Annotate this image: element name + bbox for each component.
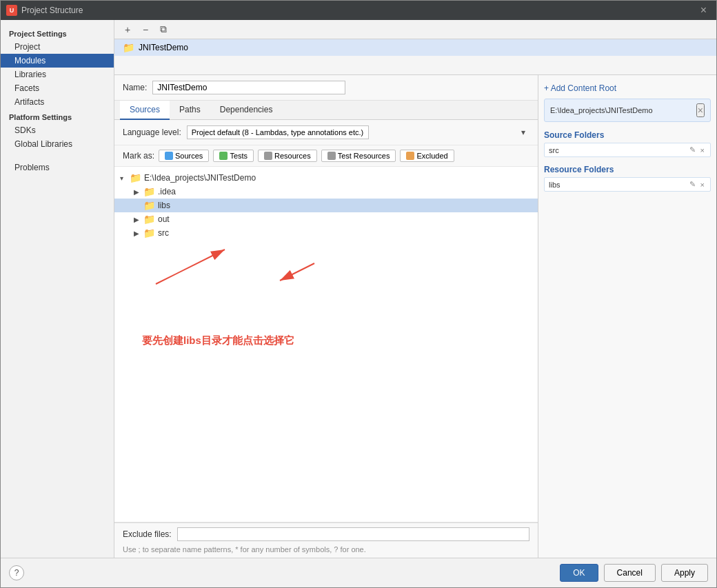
tabs-bar: Sources Paths Dependencies	[114, 101, 538, 120]
name-label: Name:	[123, 83, 147, 92]
info-panel: + Add Content Root E:\Idea_projects\JNIT…	[538, 75, 716, 558]
tree-arrow-out[interactable]: ▶	[134, 216, 141, 223]
window-title: Project Structure	[21, 6, 83, 15]
tree-item-idea[interactable]: ▶ 📁 .idea	[114, 185, 538, 199]
tree-arrow-idea[interactable]: ▶	[134, 188, 141, 196]
resource-folder-entry: libs ✎ ×	[544, 177, 711, 192]
close-button[interactable]: ×	[696, 3, 711, 18]
main-content: Project Settings Project Modules Librari…	[1, 20, 716, 558]
mark-excluded-button[interactable]: Excluded	[400, 150, 454, 162]
tab-sources[interactable]: Sources	[120, 101, 170, 120]
sidebar-item-modules[interactable]: Modules	[1, 54, 114, 68]
tree-item-out[interactable]: ▶ 📁 out	[114, 212, 538, 226]
center-panel: Name: Sources Paths Dependencies	[114, 75, 538, 558]
sidebar: Project Settings Project Modules Librari…	[1, 20, 114, 558]
sidebar-item-problems[interactable]: Problems	[1, 161, 114, 174]
module-toolbar: + − ⧉	[114, 20, 716, 39]
remove-resource-folder-button[interactable]: ×	[699, 180, 706, 189]
cancel-button[interactable]: Cancel	[604, 564, 656, 582]
resource-folder-path: libs	[549, 181, 688, 189]
name-bar: Name:	[114, 75, 538, 101]
mark-resources-button[interactable]: Resources	[258, 150, 317, 162]
project-structure-dialog: U Project Structure × Project Settings P…	[0, 0, 717, 588]
edit-resource-folder-button[interactable]: ✎	[688, 180, 697, 189]
sidebar-item-facets[interactable]: Facets	[1, 81, 114, 95]
folder-icon-root: 📁	[130, 172, 141, 183]
resource-folder-actions: ✎ ×	[688, 180, 706, 189]
title-bar: U Project Structure ×	[1, 1, 716, 20]
content-root-path: E:\Idea_projects\JNITestDemo ×	[544, 99, 711, 122]
resources-color-icon	[264, 152, 272, 160]
copy-module-button[interactable]: ⧉	[156, 22, 171, 37]
source-folders-label: Source Folders	[544, 130, 711, 140]
module-icon: 📁	[123, 42, 134, 53]
help-button[interactable]: ?	[9, 565, 24, 580]
sidebar-item-sdks[interactable]: SDKs	[1, 123, 114, 137]
tests-color-icon	[219, 152, 228, 160]
module-item[interactable]: 📁 JNITestDemo	[114, 39, 716, 56]
folder-icon-libs: 📁	[143, 200, 155, 211]
mark-test-resources-button[interactable]: Test Resources	[321, 150, 396, 162]
remove-module-button[interactable]: −	[138, 22, 153, 37]
folder-icon-idea: 📁	[143, 186, 155, 197]
platform-settings-label: Platform Settings	[1, 109, 114, 123]
module-name: JNITestDemo	[139, 43, 188, 52]
add-module-button[interactable]: +	[120, 22, 135, 37]
svg-line-0	[156, 250, 225, 284]
title-bar-left: U Project Structure	[6, 5, 83, 16]
name-input[interactable]	[152, 81, 345, 94]
source-folder-entry: src ✎ ×	[544, 143, 711, 157]
tree-label-root: E:\Idea_projects\JNITestDemo	[144, 173, 256, 183]
tree-label-src: src	[158, 228, 169, 238]
tree-label-out: out	[158, 214, 170, 224]
exclude-bar: Exclude files:	[114, 523, 538, 545]
module-list-area: + − ⧉ 📁 JNITestDemo	[114, 20, 716, 75]
exclude-input[interactable]	[177, 527, 529, 541]
mark-sources-button[interactable]: Sources	[159, 150, 209, 162]
annotation-overlay: 要先创建libs目录才能点击选择它	[142, 243, 418, 347]
tree-arrow-root[interactable]: ▾	[120, 174, 127, 182]
annotation-arrows	[142, 243, 418, 325]
tree-area[interactable]: ▾ 📁 E:\Idea_projects\JNITestDemo ▶ 📁 .id…	[114, 167, 538, 522]
sources-color-icon	[165, 152, 173, 160]
app-icon: U	[6, 5, 17, 16]
ok-button[interactable]: OK	[560, 564, 598, 582]
mark-as-label: Mark as:	[123, 151, 154, 161]
tab-paths[interactable]: Paths	[170, 101, 210, 120]
project-settings-label: Project Settings	[1, 26, 114, 40]
svg-line-1	[280, 263, 314, 281]
source-folder-path: src	[549, 146, 688, 154]
tree-item-root[interactable]: ▾ 📁 E:\Idea_projects\JNITestDemo	[114, 171, 538, 185]
edit-source-folder-button[interactable]: ✎	[688, 145, 697, 154]
content-root-close-button[interactable]: ×	[696, 103, 705, 117]
remove-source-folder-button[interactable]: ×	[699, 145, 706, 154]
mark-as-bar: Mark as: Sources Tests Resources	[114, 145, 538, 167]
tree-item-libs[interactable]: ▶ 📁 libs	[114, 199, 538, 212]
exclude-hint: Use ; to separate name patterns, * for a…	[114, 545, 538, 558]
sidebar-item-artifacts[interactable]: Artifacts	[1, 95, 114, 109]
test-resources-color-icon	[327, 152, 336, 160]
language-level-bar: Language level: Project default (8 - Lam…	[114, 120, 538, 145]
bottom-bar: ? OK Cancel Apply	[1, 558, 716, 587]
exclude-label: Exclude files:	[123, 529, 172, 539]
sidebar-item-libraries[interactable]: Libraries	[1, 68, 114, 81]
tree-label-libs: libs	[158, 201, 170, 210]
add-content-root-button[interactable]: + Add Content Root	[544, 81, 711, 96]
language-level-select[interactable]: Project default (8 - Lambdas, type annot…	[187, 125, 369, 139]
folder-icon-src: 📁	[143, 227, 155, 239]
resource-folders-label: Resource Folders	[544, 165, 711, 174]
tree-label-idea: .idea	[158, 187, 176, 196]
sidebar-item-project[interactable]: Project	[1, 40, 114, 54]
apply-button[interactable]: Apply	[661, 564, 708, 582]
mark-tests-button[interactable]: Tests	[213, 150, 254, 162]
tree-item-src[interactable]: ▶ 📁 src	[114, 226, 538, 240]
tab-dependencies[interactable]: Dependencies	[210, 101, 283, 120]
folder-icon-out: 📁	[143, 214, 155, 225]
content-area: Name: Sources Paths Dependencies	[114, 75, 716, 558]
excluded-color-icon	[406, 152, 414, 160]
right-panel: + − ⧉ 📁 JNITestDemo Name:	[114, 20, 716, 558]
tree-arrow-src[interactable]: ▶	[134, 230, 141, 237]
sidebar-item-global-libraries[interactable]: Global Libraries	[1, 137, 114, 151]
language-level-label: Language level:	[123, 128, 181, 137]
language-level-select-wrapper: Project default (8 - Lambdas, type annot…	[187, 125, 529, 139]
